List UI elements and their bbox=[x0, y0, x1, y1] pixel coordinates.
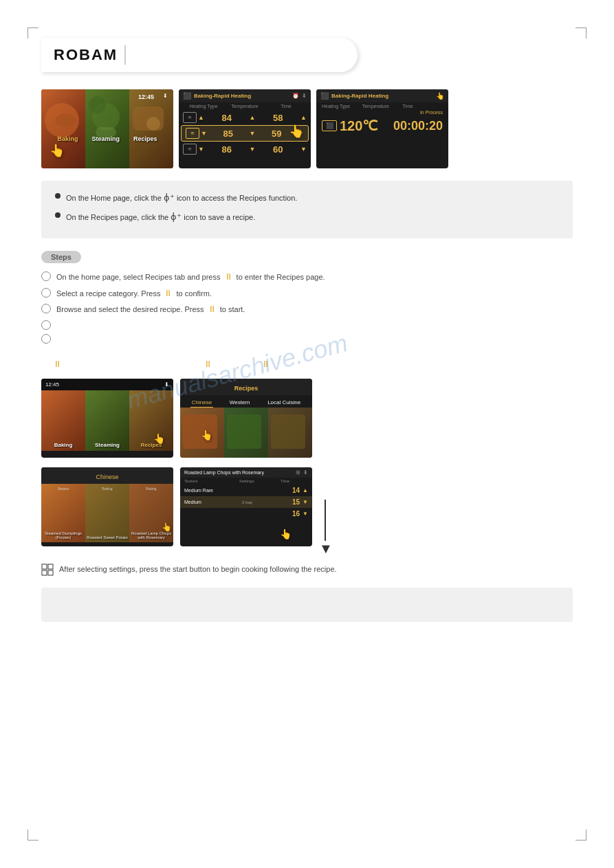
col-temp: Temperature bbox=[226, 104, 264, 109]
dumpling-type: Steams bbox=[43, 487, 84, 491]
wave-icon: ≋ bbox=[188, 115, 192, 120]
rd-arrow-1: ▲ bbox=[303, 487, 308, 493]
rd-col2: Settings bbox=[239, 479, 281, 483]
settings-col-headers: Heating Type Temperature Time bbox=[179, 102, 311, 110]
bullet-2: On the Recipes page, click the ϕ⁺ icon t… bbox=[55, 210, 559, 225]
tab-baking[interactable]: Baking bbox=[57, 135, 78, 142]
settings-screen: ⬛ Baking-Rapid Heating ⏰ ⬇ Heating Type … bbox=[179, 89, 311, 168]
hand-cursor-6: 👆 bbox=[280, 528, 292, 539]
rd-row-3: 16 ▼ bbox=[180, 508, 312, 520]
svg-rect-3 bbox=[48, 570, 53, 575]
download-icon: ⬇ bbox=[163, 93, 168, 99]
heating-icon-2: ≋ bbox=[186, 128, 199, 139]
rd-time-1: 14 bbox=[286, 487, 300, 494]
run-col1: Heating Type bbox=[322, 104, 362, 109]
settings-row-1: ≋ ▲ 84 ▲ 58 ▲ bbox=[179, 110, 311, 125]
bullet-2-part1: On the Recipes page, click the bbox=[66, 213, 171, 221]
lamb-type: Baking bbox=[131, 487, 172, 491]
screens-row-2: 12:45 ⬇ Baking Steaming Recipes 👆 Recipe… bbox=[41, 379, 573, 458]
rh-tab-1: Baking bbox=[43, 442, 84, 448]
wave-icon-3: ≋ bbox=[188, 146, 192, 152]
down-arrow-5: ▼ bbox=[250, 146, 256, 153]
recipe-categories-screen: Recipes Chinese Western Local Cuisine 👆 bbox=[180, 379, 312, 458]
oven-symbol: ⬛ bbox=[326, 122, 333, 129]
col-time: Time bbox=[267, 104, 305, 109]
step-circle-1 bbox=[41, 271, 51, 281]
hand-cursor-2: 👆 bbox=[289, 124, 304, 139]
home-screen: 12:45 ⬇ Baking Steaming Recipes 👆 bbox=[41, 89, 173, 168]
food-image-3 bbox=[129, 89, 173, 168]
svg-rect-0 bbox=[42, 564, 47, 569]
step-circle-4 bbox=[41, 320, 51, 330]
brand-logo: ROBAM bbox=[54, 46, 118, 64]
running-title: Baking-Rapid Heating bbox=[331, 93, 388, 99]
cat-tab-local[interactable]: Local Cuisine bbox=[266, 398, 302, 408]
cat-images bbox=[180, 408, 312, 458]
heating-icon-1: ≋ bbox=[183, 112, 197, 123]
wave-icon-2: ≋ bbox=[190, 131, 195, 136]
pause-ref-1: ⏸ bbox=[53, 356, 62, 372]
running-time: 00:00:20 bbox=[393, 119, 443, 133]
running-title-row: ⬛ Baking-Rapid Heating bbox=[320, 92, 388, 100]
bullet-dot-2 bbox=[55, 212, 61, 218]
screens-row-3: Chinese Steams Steamed Dumplings (Frozen… bbox=[41, 467, 573, 557]
temp-val-1: 84 bbox=[206, 113, 248, 123]
tab-steaming[interactable]: Steaming bbox=[91, 135, 120, 142]
arrow-container: ▼ bbox=[319, 467, 333, 557]
rd-col3: Time bbox=[281, 479, 308, 483]
note-section: After selecting settings, press the star… bbox=[41, 564, 573, 578]
rd-header: Roasted Lamp Chops with Rosemary ⊞ ⬇ bbox=[180, 467, 312, 478]
cat-header: Recipes bbox=[180, 379, 312, 395]
download-icon-2: ⬇ bbox=[302, 93, 307, 99]
arrow-line bbox=[325, 500, 326, 541]
step-text-2: Select a recipe category. Press ⏸ to con… bbox=[56, 287, 212, 300]
running-header: ⬛ Baking-Rapid Heating 👆 bbox=[316, 89, 448, 102]
corner-mark-tr bbox=[575, 27, 586, 38]
rd-time-2: 15 bbox=[286, 498, 300, 506]
rd-texture-1: Medium Rare bbox=[184, 488, 239, 493]
header-bar: ROBAM bbox=[41, 38, 358, 72]
running-oven-icon: ⬛ bbox=[322, 120, 337, 131]
rh-img-2: Steaming bbox=[85, 390, 129, 451]
steps-section: Steps On the home page, select Recipes t… bbox=[41, 251, 573, 344]
additional-text: ⏸ ⏸ ⏸ bbox=[41, 356, 573, 372]
step-item-4 bbox=[41, 319, 573, 330]
cat-tab-chinese[interactable]: Chinese bbox=[190, 398, 213, 408]
recipe-home-dl: ⬇ bbox=[164, 381, 169, 388]
settings-row-3: ≋ ▼ 86 ▼ 60 ▼ bbox=[179, 142, 311, 157]
time-val-3: 60 bbox=[256, 144, 299, 155]
settings-title: Baking-Rapid Heating bbox=[194, 93, 251, 99]
run-col3: Time bbox=[402, 104, 443, 109]
rh-img-3: Recipes bbox=[129, 390, 173, 451]
bullet-1: On the Home page, click the ϕ⁺ icon to a… bbox=[55, 190, 559, 205]
food-image-2 bbox=[85, 89, 129, 168]
bullet-2-part2: icon to save a recipe. bbox=[184, 213, 255, 221]
rd-time-3: 16 bbox=[286, 510, 300, 518]
running-temp: 120℃ bbox=[340, 118, 391, 134]
hand-cursor-5: 👆 bbox=[162, 522, 172, 532]
rd-arrow-2: ▼ bbox=[303, 499, 308, 505]
rd-col-headers: Texture Settings Time bbox=[180, 478, 312, 485]
run-col2: Temperature bbox=[362, 104, 403, 109]
corner-mark-tl bbox=[28, 27, 39, 38]
step-text-3: Browse and select the desired recipe. Pr… bbox=[56, 302, 245, 316]
down-arrow-6: ▼ bbox=[300, 146, 307, 153]
pause-ref-3: ⏸ bbox=[261, 356, 270, 372]
arrow-down-icon: ▼ bbox=[319, 541, 333, 557]
tab-recipes[interactable]: Recipes bbox=[133, 135, 157, 142]
lamb-name: Roasted Lamp Chops with Rosemary bbox=[131, 531, 172, 539]
running-hand: 👆 bbox=[436, 92, 444, 100]
settings-icons: ⏰ ⬇ bbox=[292, 93, 307, 99]
hand-cursor-4: 👆 bbox=[201, 430, 212, 441]
food-shape-4 bbox=[89, 96, 106, 113]
time-val-1: 58 bbox=[256, 113, 299, 123]
grid-icon bbox=[41, 564, 54, 576]
hand-cursor-3: 👆 bbox=[153, 433, 165, 444]
step-item-1: On the home page, select Recipes tab and… bbox=[41, 270, 573, 284]
step-text-1: On the home page, select Recipes tab and… bbox=[56, 270, 325, 284]
cat-tab-western[interactable]: Western bbox=[228, 398, 252, 408]
recipe-detail-screen: Roasted Lamp Chops with Rosemary ⊞ ⬇ Tex… bbox=[180, 467, 312, 546]
step-circle-3 bbox=[41, 304, 51, 313]
cf-dumplings: Steams Steamed Dumplings (Frozen) bbox=[41, 484, 85, 542]
recipe-home-header: 12:45 ⬇ bbox=[41, 379, 173, 390]
